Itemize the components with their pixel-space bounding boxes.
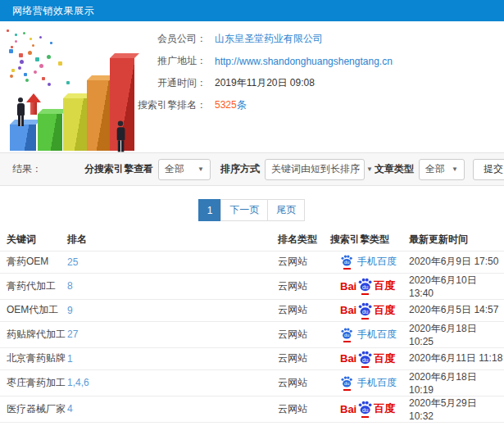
confetti-dot [25, 79, 29, 82]
engine-label: 手机百度 [357, 376, 397, 390]
chevron-down-icon: ▼ [191, 165, 204, 173]
up-arrow-icon [26, 93, 41, 115]
red-underline [361, 293, 369, 295]
page-title: 网络营销效果展示 [12, 4, 94, 18]
table-row: 药贴牌代加工 27 云网站 du 手机百度 [0, 321, 504, 347]
table-row: 北京膏药贴牌 1 云网站 du [0, 347, 504, 369]
table-row: 膏药OEM 25 云网站 du 手机百度 [0, 251, 504, 273]
confetti-dot [39, 36, 42, 39]
rank-type-cell: 云网站 [276, 273, 329, 299]
engine-select[interactable]: 全部 ▼ [158, 159, 211, 180]
updated-cell: 2020年6月5日 14:57 [407, 299, 504, 321]
baidu-logo: Bai du 百度 [330, 277, 395, 295]
confetti-dot [34, 70, 37, 74]
updated-cell: 2020年6月9日 17:50 [407, 251, 504, 273]
results-table: 关键词 排名 排名类型 搜索引擎类型 最新更新时间 膏药OEM 25 云网站 [0, 229, 504, 426]
engine-label: 百度 [374, 351, 395, 366]
engine-filter-label: 分搜索引擎查看 [84, 162, 153, 176]
filter-bar: 结果： 分搜索引擎查看 全部 ▼ 排序方式 关键词由短到长排序 ▼ 文章类型 全… [0, 152, 504, 186]
keyword-cell: OEM代加工 [0, 299, 66, 321]
engine-label: 百度 [374, 303, 395, 318]
rank-link[interactable]: 1 [67, 353, 73, 365]
confetti-dot [28, 51, 32, 55]
company-info: 会员公司： 山东皇圣堂药业有限公司 推广地址： http://www.shand… [131, 28, 504, 116]
rank-type-cell: 云网站 [276, 369, 329, 396]
table-row: 枣庄膏药加工 1,4,6 云网站 du 手机百度 [0, 369, 504, 396]
promo-url-link[interactable]: http://www.shandonghuangshengtang.cn [215, 56, 393, 67]
baidu-paw-icon: du [357, 301, 373, 320]
result-label: 结果： [12, 162, 42, 176]
updated-cell: 2020年6月18日 10:19 [407, 369, 504, 396]
chart-bar-orange [87, 80, 110, 151]
rank-count-value: 5325条 [215, 98, 247, 112]
confetti-dot [32, 44, 34, 47]
confetti-dot [20, 60, 24, 64]
article-type-label: 文章类型 [375, 162, 414, 176]
chevron-down-icon: ▼ [445, 165, 458, 173]
svg-text:du: du [362, 308, 369, 314]
next-page-button[interactable]: 下一页 [220, 199, 268, 221]
svg-text:du: du [344, 260, 349, 265]
red-underline [361, 318, 369, 320]
info-row-url: 推广地址： http://www.shandonghuangshengtang.… [131, 50, 504, 72]
company-name-link[interactable]: 山东皇圣堂药业有限公司 [215, 32, 323, 46]
confetti-dot [11, 46, 13, 48]
rank-count-label: 搜索引擎排名： [131, 98, 207, 112]
confetti-dot [15, 40, 17, 43]
confetti-dot [39, 64, 43, 68]
growth-chart-illustration [2, 26, 139, 151]
engine-label: 百度 [374, 401, 395, 416]
last-page-button[interactable]: 尾页 [267, 199, 305, 221]
baidu-logo-text: Bai [340, 280, 356, 292]
rank-link[interactable]: 9 [67, 305, 73, 316]
rank-link[interactable]: 8 [67, 280, 73, 292]
table-header-row: 关键词 排名 排名类型 搜索引擎类型 最新更新时间 [0, 229, 504, 251]
rank-link[interactable]: 27 [67, 329, 78, 340]
rank-type-cell: 云网站 [276, 347, 329, 369]
baidu-paw-icon: du [340, 327, 353, 342]
mobile-baidu-logo: du 手机百度 [330, 254, 397, 270]
keyword-cell: 药贴牌代加工 [0, 321, 66, 347]
engine-select-value: 全部 [165, 162, 184, 176]
svg-text:du: du [344, 333, 349, 338]
header-rank-type: 排名类型 [276, 229, 329, 251]
confetti-dot [58, 61, 62, 66]
rank-count-number: 5325 [215, 99, 237, 111]
rank-link[interactable]: 25 [67, 256, 78, 268]
businessman-figure-right [114, 121, 126, 152]
article-type-select[interactable]: 全部 ▼ [419, 159, 465, 180]
sort-select[interactable]: 关键词由短到长排序 ▼ [265, 159, 365, 180]
updated-cell: 2020年5月29日 10:32 [407, 396, 504, 422]
rank-type-cell: 云网站 [276, 251, 329, 273]
red-underline [343, 341, 351, 342]
rank-count-suffix: 条 [237, 99, 247, 111]
rank-link[interactable]: 4 [67, 403, 73, 415]
red-underline [361, 366, 369, 368]
confetti-dot [23, 32, 25, 34]
sort-select-value: 关键词由短到长排序 [271, 162, 360, 176]
company-label: 会员公司： [131, 32, 207, 46]
chart-bar-blue [10, 125, 36, 151]
engine-label: 百度 [374, 279, 395, 293]
chart-bar-yellow [63, 98, 87, 151]
chevron-down-icon: ▼ [360, 165, 373, 173]
baidu-logo: Bai du 百度 [330, 301, 395, 320]
header-updated: 最新更新时间 [407, 229, 504, 251]
baidu-paw-icon: du [340, 254, 353, 270]
svg-text:du: du [344, 381, 349, 386]
rank-link[interactable]: 1,4,6 [67, 377, 89, 388]
confetti-dot [66, 81, 70, 84]
baidu-logo-text: Bai [340, 304, 356, 316]
confetti-dot [7, 29, 9, 32]
info-row-open-time: 开通时间： 2019年11月20日 09:08 [131, 72, 504, 94]
baidu-logo-text: Bai [340, 403, 356, 415]
updated-cell: 2020年6月11日 11:40 [407, 422, 504, 426]
page-button-current[interactable]: 1 [198, 199, 222, 221]
keyword-cell: 枣庄膏药加工 [0, 369, 66, 396]
baidu-paw-icon: du [357, 400, 373, 418]
confetti-dot [18, 66, 21, 70]
chart-bar-green [38, 114, 62, 151]
confetti-dot [50, 42, 52, 44]
table-row: 膏药代加工 8 云网站 du [0, 273, 504, 299]
submit-button[interactable]: 提交 [473, 159, 504, 180]
